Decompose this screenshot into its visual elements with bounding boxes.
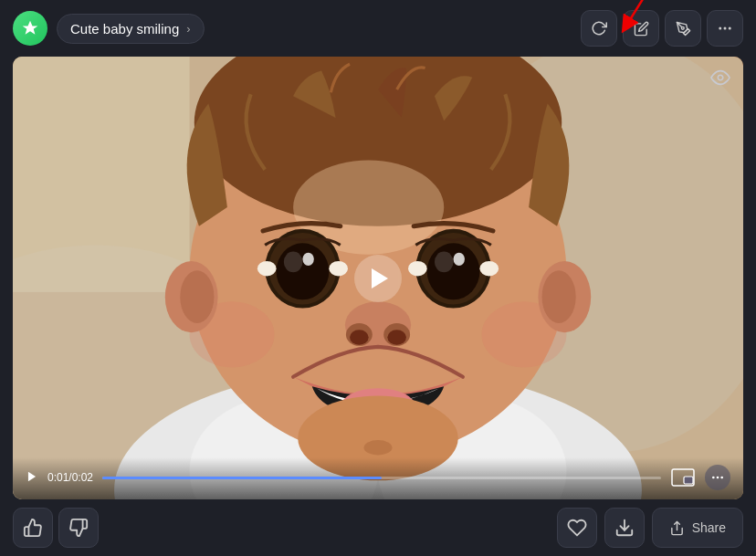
video-container: 0:01/0:02 bbox=[13, 57, 743, 499]
brush-button[interactable] bbox=[665, 10, 701, 47]
svg-point-40 bbox=[180, 270, 214, 323]
header-left: Cute baby smiling › bbox=[13, 11, 205, 46]
progress-fill bbox=[102, 477, 382, 479]
share-label: Share bbox=[692, 520, 726, 535]
more-button[interactable] bbox=[707, 10, 743, 47]
svg-point-32 bbox=[350, 330, 369, 345]
pip-circles-button[interactable] bbox=[670, 465, 696, 490]
logo-button[interactable] bbox=[13, 11, 47, 46]
svg-marker-44 bbox=[28, 471, 36, 481]
svg-point-48 bbox=[717, 477, 719, 479]
refresh-button[interactable] bbox=[581, 10, 617, 47]
svg-point-2 bbox=[724, 27, 727, 30]
video-time: 0:01/0:02 bbox=[47, 471, 93, 484]
svg-point-20 bbox=[257, 261, 277, 277]
svg-point-47 bbox=[712, 477, 715, 479]
chevron-right-icon: › bbox=[186, 22, 190, 36]
download-button[interactable] bbox=[604, 508, 645, 548]
svg-point-0 bbox=[681, 26, 684, 29]
edit-button[interactable] bbox=[623, 10, 659, 47]
play-pause-button[interactable] bbox=[26, 470, 38, 486]
progress-bar[interactable] bbox=[102, 477, 661, 479]
svg-point-25 bbox=[435, 252, 454, 273]
svg-point-21 bbox=[329, 261, 348, 277]
footer-right: Share bbox=[557, 508, 743, 548]
svg-point-38 bbox=[364, 440, 393, 456]
play-triangle-icon bbox=[372, 268, 388, 288]
thumbs-up-button[interactable] bbox=[13, 508, 53, 548]
svg-point-3 bbox=[729, 27, 731, 30]
svg-point-49 bbox=[720, 477, 723, 479]
svg-point-17 bbox=[277, 243, 330, 299]
svg-point-33 bbox=[387, 330, 406, 345]
video-controls: 0:01/0:02 bbox=[13, 457, 743, 499]
svg-rect-46 bbox=[684, 477, 693, 484]
share-button[interactable]: Share bbox=[652, 508, 743, 548]
svg-point-26 bbox=[454, 253, 465, 266]
video-title: Cute baby smiling bbox=[70, 21, 179, 37]
footer: Share bbox=[0, 499, 756, 556]
header-right bbox=[581, 10, 743, 47]
play-button[interactable] bbox=[354, 255, 402, 302]
svg-point-42 bbox=[542, 270, 576, 323]
svg-point-19 bbox=[302, 253, 313, 266]
header: Cute baby smiling › bbox=[0, 0, 756, 57]
svg-point-24 bbox=[427, 243, 480, 299]
more-video-button[interactable] bbox=[705, 465, 730, 490]
heart-button[interactable] bbox=[557, 508, 597, 548]
svg-point-1 bbox=[719, 27, 721, 30]
svg-point-18 bbox=[284, 252, 303, 273]
svg-point-27 bbox=[408, 261, 427, 277]
thumbs-down-button[interactable] bbox=[58, 508, 99, 548]
title-pill[interactable]: Cute baby smiling › bbox=[57, 14, 205, 44]
svg-point-28 bbox=[479, 261, 499, 277]
footer-left bbox=[13, 508, 99, 548]
